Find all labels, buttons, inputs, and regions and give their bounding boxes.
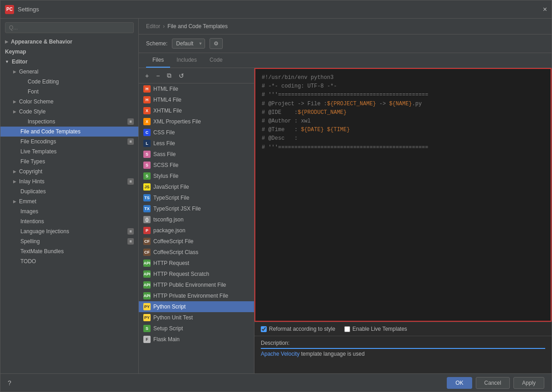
file-item-coffeescript-class[interactable]: CF CoffeeScript Class (139, 247, 254, 258)
file-item-typescript-jsx-file[interactable]: TX TypeScript JSX File (139, 203, 254, 214)
apache-velocity-link[interactable]: Apache Velocity (261, 351, 299, 357)
file-item-package-json[interactable]: P package.json (139, 225, 254, 236)
remove-template-button[interactable]: − (153, 71, 162, 80)
ok-button[interactable]: OK (447, 377, 472, 389)
file-item-tsconfig-json[interactable]: {} tsconfig.json (139, 214, 254, 225)
description-label: Description: (261, 340, 545, 346)
sidebar-item-duplicates[interactable]: Duplicates (0, 186, 138, 196)
sidebar-item-color-scheme[interactable]: ▶Color Scheme (0, 97, 138, 107)
file-item-python-script[interactable]: PY Python Script (139, 301, 254, 312)
sidebar-item-appearance[interactable]: ▶Appearance & Behavior (0, 37, 138, 47)
sidebar-item-keymap[interactable]: Keymap (0, 47, 138, 57)
file-item-less-file[interactable]: L Less File (139, 138, 254, 149)
file-icon-json: {} (143, 216, 151, 223)
sidebar: ▶Appearance & BehaviorKeymap▼Editor▶Gene… (0, 19, 139, 373)
sidebar-item-textmate-bundles[interactable]: TextMate Bundles (0, 246, 138, 256)
search-input[interactable] (5, 22, 134, 33)
template-variable: ${PROJECT_NAME} (327, 101, 376, 107)
sidebar-item-editor[interactable]: ▼Editor (0, 57, 138, 67)
sidebar-item-inlay-hints[interactable]: ▶Inlay Hints≡ (0, 176, 138, 186)
file-item-label: TypeScript JSX File (153, 206, 201, 212)
search-box (0, 19, 138, 37)
sidebar-item-file-types[interactable]: File Types (0, 157, 138, 167)
sidebar-item-live-templates[interactable]: Live Templates (0, 147, 138, 157)
reformat-checkbox[interactable] (261, 326, 267, 332)
reset-template-button[interactable]: ↺ (176, 71, 187, 80)
file-item-xhtml-file[interactable]: X XHTML File (139, 105, 254, 116)
sidebar-item-file-encodings[interactable]: File Encodings≡ (0, 137, 138, 147)
sidebar-item-code-editing[interactable]: Code Editing (0, 77, 138, 87)
file-item-python-unit-test[interactable]: PY Python Unit Test (139, 312, 254, 323)
expand-icon: ▶ (13, 179, 16, 184)
file-item-label: HTTP Request Scratch (153, 271, 209, 277)
live-templates-checkbox-label[interactable]: Enable Live Templates (344, 326, 407, 332)
sidebar-item-label: Duplicates (20, 188, 46, 195)
expand-icon: ▶ (5, 39, 8, 44)
file-item-http-request-scratch[interactable]: API HTTP Request Scratch (139, 269, 254, 279)
cancel-button[interactable]: Cancel (476, 377, 510, 389)
sidebar-item-todo[interactable]: TODO (0, 256, 138, 266)
sidebar-item-label: Appearance & Behavior (11, 39, 72, 45)
file-icon-css: C (143, 129, 151, 136)
sidebar-item-emmet[interactable]: ▶Emmet (0, 196, 138, 206)
file-icon-coffee: CF (143, 249, 151, 256)
file-item-setup-script[interactable]: S Setup Script (139, 323, 254, 334)
file-item-http-public-env[interactable]: API HTTP Public Environment File (139, 279, 254, 290)
file-item-sass-file[interactable]: S Sass File (139, 149, 254, 160)
sidebar-item-copyright[interactable]: ▶Copyright (0, 167, 138, 176)
settings-badge-icon: ≡ (127, 238, 134, 245)
file-item-flask-main[interactable]: F Flask Main (139, 334, 254, 345)
file-item-coffeescript-file[interactable]: CF CoffeeScript File (139, 236, 254, 247)
sidebar-item-label: Keymap (5, 49, 26, 55)
scheme-gear-button[interactable]: ⚙ (210, 38, 223, 49)
template-variable: ${DATE} (301, 127, 323, 133)
file-item-label: Flask Main (153, 336, 180, 343)
file-item-css-file[interactable]: C CSS File (139, 127, 254, 138)
file-item-javascript-file[interactable]: JS JavaScript File (139, 181, 254, 192)
file-icon-xml: X (143, 118, 151, 125)
file-icon-api: API (143, 281, 151, 289)
sidebar-item-file-code-templates[interactable]: File and Code Templates (0, 127, 138, 137)
sidebar-item-inspections[interactable]: Inspections≡ (0, 117, 138, 127)
file-item-http-private-env[interactable]: API HTTP Private Environment File (139, 290, 254, 301)
title-bar: PC Settings × (0, 0, 552, 19)
file-icon-tsx: TX (143, 205, 151, 212)
sidebar-item-images[interactable]: Images (0, 206, 138, 216)
tab-files[interactable]: Files (146, 53, 170, 68)
file-item-http-request[interactable]: API HTTP Request (139, 258, 254, 269)
settings-badge-icon: ≡ (127, 178, 134, 185)
sidebar-item-spelling[interactable]: Spelling≡ (0, 236, 138, 246)
sidebar-item-label: Code Editing (28, 78, 59, 85)
sidebar-item-general[interactable]: ▶General (0, 67, 138, 77)
help-button[interactable]: ? (8, 379, 11, 387)
sidebar-item-intentions[interactable]: Intentions (0, 216, 138, 226)
code-editor[interactable]: #!/usr/bin/env python3# -*- coding: UTF-… (254, 68, 552, 322)
sidebar-item-code-style[interactable]: ▶Code Style (0, 107, 138, 117)
close-button[interactable]: × (543, 5, 547, 14)
app-icon: PC (5, 5, 14, 14)
copy-template-button[interactable]: ⧉ (164, 71, 174, 80)
file-icon-py: PY (143, 314, 151, 321)
reformat-checkbox-label[interactable]: Reformat according to style (261, 326, 335, 332)
sidebar-item-label: Live Templates (20, 148, 57, 155)
file-item-html-file[interactable]: H HTML File (139, 83, 254, 94)
sidebar-item-label: Inlay Hints (19, 178, 44, 185)
sidebar-item-font[interactable]: Font (0, 87, 138, 97)
file-item-scss-file[interactable]: S SCSS File (139, 160, 254, 171)
file-item-html4-file[interactable]: H HTML4 File (139, 94, 254, 105)
code-line: # '''===================================… (262, 143, 544, 152)
nav-items-container: ▶Appearance & BehaviorKeymap▼Editor▶Gene… (0, 37, 138, 266)
file-icon-stylus: S (143, 172, 151, 180)
scheme-select[interactable]: Default Project (172, 39, 205, 49)
tab-code[interactable]: Code (203, 53, 229, 68)
sidebar-item-language-injections[interactable]: Language Injections≡ (0, 226, 138, 236)
settings-badge-icon: ≡ (127, 138, 134, 145)
live-templates-checkbox[interactable] (344, 326, 350, 332)
file-item-xml-properties-file[interactable]: X XML Properties File (139, 116, 254, 127)
description-suffix: template language is used (299, 351, 364, 357)
tab-includes[interactable]: Includes (170, 53, 203, 68)
file-item-typescript-file[interactable]: TS TypeScript File (139, 192, 254, 203)
file-item-stylus-file[interactable]: S Stylus File (139, 171, 254, 181)
apply-button[interactable]: Apply (513, 377, 544, 389)
add-template-button[interactable]: + (142, 71, 151, 80)
